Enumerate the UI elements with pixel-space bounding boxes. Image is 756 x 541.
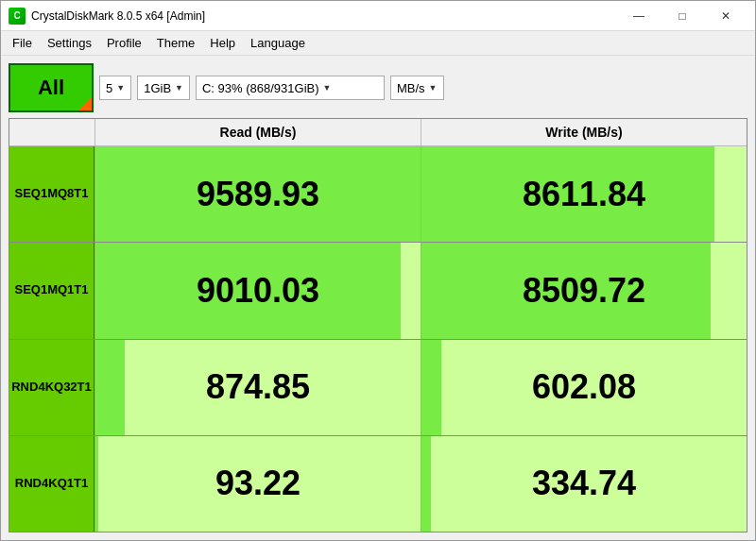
table-row: SEQ1M Q1T1 9010.03 8509.72 [9,243,747,339]
row-read-1: 9010.03 [94,243,421,338]
row-read-2: 874.85 [94,340,421,435]
row-label-0: SEQ1M Q8T1 [9,146,94,242]
size-arrow: ▼ [175,83,183,93]
row-label-1: SEQ1M Q1T1 [9,243,94,338]
window-title: CrystalDiskMark 8.0.5 x64 [Admin] [31,9,205,23]
menu-profile[interactable]: Profile [99,33,149,53]
table-row: RND4K Q1T1 93.22 334.74 [9,436,747,532]
read-col-header: Read (MB/s) [94,119,421,146]
menu-language[interactable]: Language [243,33,313,53]
runs-select[interactable]: 5 ▼ [99,76,131,100]
row-write-0: 8611.84 [421,146,747,242]
unit-arrow: ▼ [429,83,438,93]
read-bar-3 [95,436,98,532]
menubar: File Settings Profile Theme Help Languag… [1,31,755,56]
table-header: Read (MB/s) Write (MB/s) [9,119,747,146]
benchmark-table: Read (MB/s) Write (MB/s) SEQ1M Q8T1 9589… [9,118,747,533]
close-button[interactable]: ✕ [704,1,747,31]
runs-arrow: ▼ [116,83,125,93]
all-button[interactable]: All [9,63,94,112]
row-label-2: RND4K Q32T1 [9,340,94,435]
read-bar-2 [95,340,125,435]
size-select[interactable]: 1GiB ▼ [137,76,190,100]
titlebar-left: C CrystalDiskMark 8.0.5 x64 [Admin] [9,8,205,25]
row-label-3: RND4K Q1T1 [9,436,94,532]
table-row: SEQ1M Q8T1 9589.93 8611.84 [9,146,747,243]
label-col-header [9,119,94,146]
write-bar-3 [421,436,431,532]
menu-theme[interactable]: Theme [149,33,202,53]
titlebar-controls: — □ ✕ [617,1,747,31]
row-write-1: 8509.72 [421,243,747,338]
menu-file[interactable]: File [5,33,40,53]
main-window: C CrystalDiskMark 8.0.5 x64 [Admin] — □ … [0,0,756,541]
menu-help[interactable]: Help [202,33,243,53]
drive-arrow: ▼ [323,83,332,93]
maximize-button[interactable]: □ [661,1,704,31]
titlebar: C CrystalDiskMark 8.0.5 x64 [Admin] — □ … [1,1,755,31]
main-content: All 5 ▼ 1GiB ▼ C: 93% (868/931GiB) ▼ MB/… [1,56,755,540]
minimize-button[interactable]: — [617,1,661,31]
app-icon: C [9,8,26,25]
drive-select[interactable]: C: 93% (868/931GiB) ▼ [196,76,385,100]
row-read-3: 93.22 [94,436,421,532]
write-bar-2 [421,340,441,435]
row-write-3: 334.74 [421,436,747,532]
row-write-2: 602.08 [421,340,747,435]
table-row: RND4K Q32T1 874.85 602.08 [9,340,747,436]
write-col-header: Write (MB/s) [421,119,747,146]
rows-container: SEQ1M Q8T1 9589.93 8611.84 SEQ1M [9,146,747,532]
menu-settings[interactable]: Settings [40,33,99,53]
row-read-0: 9589.93 [94,146,421,242]
unit-select[interactable]: MB/s ▼ [390,76,444,100]
toolbar: All 5 ▼ 1GiB ▼ C: 93% (868/931GiB) ▼ MB/… [9,63,747,112]
